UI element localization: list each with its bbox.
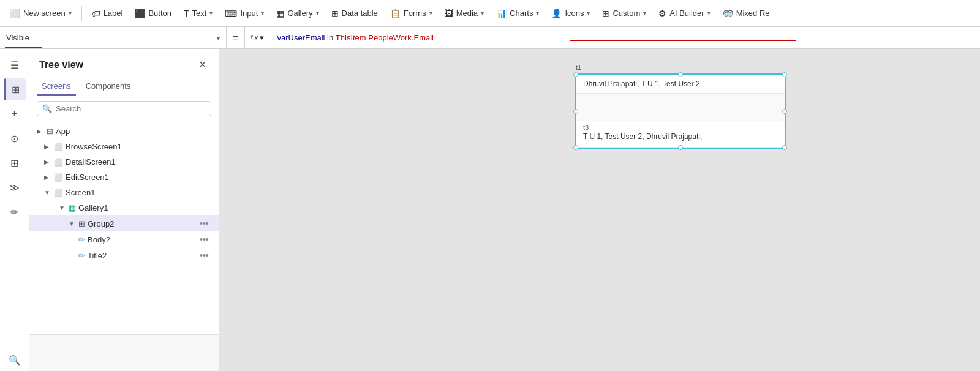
gallery-chevron: ▾ [316,10,319,17]
ai-builder-button[interactable]: ⚙ AI Builder ▾ [654,6,715,21]
ai-builder-chevron: ▾ [707,10,710,17]
app-icon: ⊞ [47,127,53,136]
group2-chevron-icon: ▼ [69,220,76,227]
flow-icon[interactable]: ≫ [4,176,26,198]
title2-icon: ✏ [78,251,85,260]
tree-item-screen1[interactable]: ▼ ⬜ Screen1 [29,185,219,200]
data-table-button[interactable]: ⊞ Data table [326,6,383,21]
hamburger-icon[interactable]: ☰ [4,54,26,76]
search-side-icon[interactable]: 🔍 [4,349,26,371]
theme-icon[interactable]: ✏ [4,201,26,223]
canvas-text-2: T U 1, Test User 2, Dhruvil Prajapati, [583,132,777,141]
add-icon[interactable]: + [4,103,26,125]
custom-icon: ⊞ [602,9,609,18]
charts-label: Charts [510,9,533,18]
formula-red-underline [570,40,796,41]
screen1-name: Screen1 [66,188,211,197]
canvas-inner-gap [576,94,785,121]
edit-chevron-icon: ▶ [44,174,51,181]
handle-bc[interactable] [678,145,683,150]
group2-more-button[interactable]: ••• [197,219,211,228]
component-label-t1: t1 [576,64,581,71]
mixed-re-button[interactable]: 🥽 Mixed Re [718,6,775,21]
input-chevron: ▾ [261,10,264,17]
media-button[interactable]: 🖼 Media ▾ [440,6,489,21]
handle-tc[interactable] [678,72,683,77]
tree-item-browse[interactable]: ▶ ⬜ BrowseScreen1 [29,139,219,154]
variable-icon[interactable]: ⊞ [4,152,26,174]
label-button[interactable]: 🏷 Label [87,6,128,21]
gallery-button[interactable]: ▦ Gallery ▾ [271,6,323,21]
text-icon: T [184,9,189,18]
title2-more-button[interactable]: ••• [197,250,211,260]
tree-item-edit[interactable]: ▶ ⬜ EditScreen1 [29,170,219,185]
tree-item-title2[interactable]: ✏ Title2 ••• [29,247,219,263]
tree-close-button[interactable]: ✕ [196,56,209,73]
handle-bl[interactable] [573,145,578,150]
detail-chevron-icon: ▶ [44,159,51,165]
charts-icon: 📊 [496,9,507,18]
formula-var: varUserEmail [277,33,325,42]
tree-footer [29,334,219,371]
tree-item-app[interactable]: ▶ ⊞ App [29,124,219,139]
mixed-re-label: Mixed Re [736,9,770,18]
screen1-chevron-icon: ▼ [44,189,51,196]
tree-title: Tree view [39,59,83,70]
fx-label: f [250,33,252,42]
divider-1 [81,6,82,21]
custom-chevron: ▾ [643,10,646,17]
handle-tr[interactable] [782,72,787,77]
body2-more-button[interactable]: ••• [197,234,211,244]
forms-chevron: ▾ [429,10,432,17]
handle-br[interactable] [782,145,787,150]
label-icon: 🏷 [92,9,100,18]
handle-ml[interactable] [573,109,578,114]
custom-label: Custom [612,9,640,18]
body2-icon: ✏ [78,235,85,244]
charts-chevron: ▾ [536,10,539,17]
icons-button[interactable]: 👤 Icons ▾ [546,6,595,21]
screen1-icon: ⬜ [54,189,63,197]
tree-search-bar[interactable]: 🔍 [37,101,211,116]
tree-item-gallery1[interactable]: ▼ ▦ Gallery1 [29,200,219,215]
handle-mr[interactable] [782,109,787,114]
text-chevron: ▾ [209,10,213,17]
canvas-area[interactable]: t1 Dhruvil Prajapati, T U 1, Test User 2… [219,49,980,371]
canvas-component[interactable]: t1 Dhruvil Prajapati, T U 1, Test User 2… [575,73,786,149]
formula-people-work: PeopleWork [368,33,412,42]
property-dropdown[interactable]: Visible [6,33,220,42]
browse-screen-icon: ⬜ [54,143,63,151]
forms-label: Forms [404,9,426,18]
group2-name: Group2 [88,219,195,228]
handle-tl[interactable] [573,72,578,77]
app-chevron-icon: ▶ [37,128,44,135]
title2-name: Title2 [88,251,195,260]
input-button[interactable]: ⌨ Input ▾ [220,6,269,21]
formula-expression[interactable]: varUserEmail in ThisItem . PeopleWork . … [270,33,980,42]
button-button[interactable]: ⬛ Button [130,6,176,21]
tab-screens[interactable]: Screens [37,78,76,96]
property-selector[interactable]: Visible ▾ [0,27,227,48]
tree-content: ▶ ⊞ App ▶ ⬜ BrowseScreen1 ▶ ⬜ DetailScre… [29,121,219,334]
browse-name: BrowseScreen1 [66,142,211,151]
tree-item-group2[interactable]: ▼ ⊞ Group2 ••• [29,215,219,231]
toolbar: ⬜ New screen ▾ 🏷 Label ⬛ Button T Text ▾… [0,0,980,27]
tree-search-icon: 🔍 [42,104,52,113]
fx-button[interactable]: f x ▾ [245,27,270,48]
data-icon[interactable]: ⊙ [4,127,26,149]
main-area: ☰ ⊞ + ⊙ ⊞ ≫ ✏ 🔍 Tree view ✕ Screens Comp… [0,49,980,371]
media-label: Media [456,9,478,18]
forms-icon: 📋 [390,9,401,18]
tree-search-input[interactable] [56,104,206,113]
tab-components[interactable]: Components [81,78,136,96]
new-screen-button[interactable]: ⬜ New screen ▾ [5,6,77,21]
charts-button[interactable]: 📊 Charts ▾ [491,6,544,21]
layers-icon[interactable]: ⊞ [4,78,26,100]
forms-button[interactable]: 📋 Forms ▾ [385,6,437,21]
text-button[interactable]: T Text ▾ [179,6,217,21]
custom-button[interactable]: ⊞ Custom ▾ [597,6,651,21]
media-icon: 🖼 [445,9,453,18]
ai-builder-icon: ⚙ [658,9,666,18]
tree-item-detail[interactable]: ▶ ⬜ DetailScreen1 [29,154,219,170]
tree-item-body2[interactable]: ✏ Body2 ••• [29,231,219,247]
